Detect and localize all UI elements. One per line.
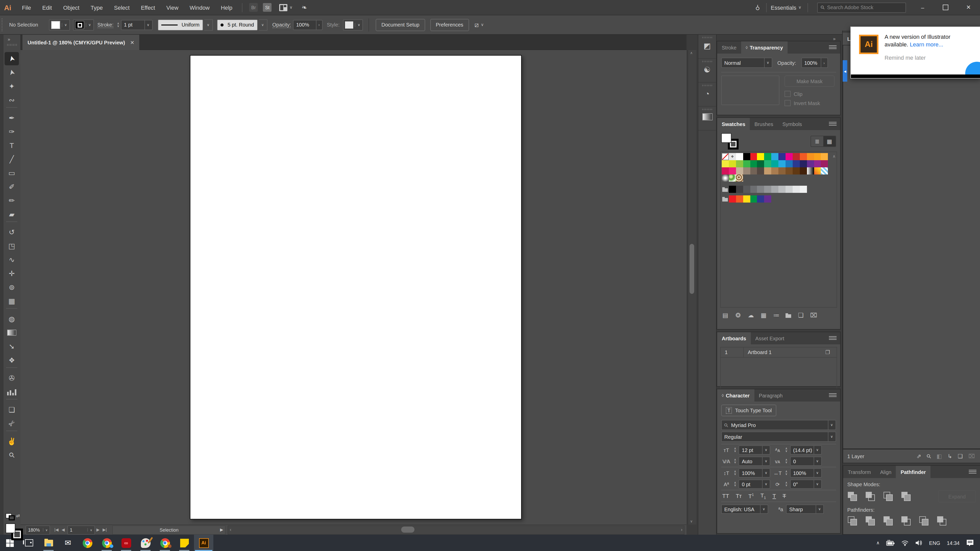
touch-type-tool-button[interactable]: T Touch Type Tool — [721, 405, 776, 416]
layers-list[interactable] — [843, 45, 980, 449]
dock-expand-arrow[interactable]: ◀ — [843, 60, 847, 82]
list-view-button[interactable]: ≣ — [811, 136, 823, 146]
swatch-#736357[interactable] — [750, 167, 757, 175]
swatch-pat-swirl[interactable] — [736, 175, 743, 182]
stepper[interactable]: ∧∨ — [785, 470, 788, 475]
swatch-#FFF200[interactable] — [757, 153, 764, 160]
swatch-#27AAE1[interactable] — [778, 160, 786, 167]
swatch-#2B3990[interactable] — [757, 195, 764, 203]
all-caps-button[interactable]: TT — [722, 493, 729, 499]
chevron-down-icon[interactable]: ∨ — [798, 5, 801, 10]
drag-grip[interactable] — [702, 85, 712, 86]
artboard-name[interactable]: Artboard 1 — [744, 349, 825, 355]
status-menu-icon[interactable]: ▶ — [220, 527, 223, 532]
vertical-scrollbar[interactable]: ∧ ∨ — [687, 50, 696, 524]
invert-mask-checkbox[interactable] — [784, 100, 791, 106]
swatch-#39B54A[interactable] — [743, 160, 750, 167]
exclude-button[interactable] — [901, 491, 911, 502]
crop-button[interactable] — [901, 516, 911, 526]
tab-pathfinder[interactable]: Pathfinder — [896, 466, 931, 478]
chevron-down-icon[interactable]: ∨ — [204, 19, 213, 30]
delete-layer-icon[interactable]: ⌧ — [969, 453, 975, 459]
swatch-#414042[interactable] — [736, 186, 743, 193]
scroll-up-icon[interactable]: ∧ — [690, 51, 693, 55]
sticky-notes[interactable] — [175, 535, 194, 551]
menu-object[interactable]: Object — [57, 0, 85, 15]
stock-icon[interactable]: St — [263, 3, 272, 12]
swatch-options-icon[interactable]: ≔ — [772, 312, 780, 319]
swatch-#2B3990[interactable] — [793, 160, 800, 167]
grid-view-button[interactable]: ▦ — [823, 136, 835, 146]
zoom-level-select[interactable]: 180%∨ — [25, 525, 50, 534]
type-tool[interactable]: T — [5, 139, 19, 152]
swatch-#D9E021[interactable] — [729, 160, 736, 167]
divide-button[interactable] — [847, 516, 858, 526]
language-indicator[interactable]: ENG — [929, 540, 940, 546]
pen-tool[interactable]: ✒ — [5, 111, 19, 124]
swatch-#FFFFFF[interactable] — [736, 153, 743, 160]
blend-tool[interactable]: ❖ — [5, 354, 19, 367]
left-metric-field[interactable]: 12 pt∨ — [739, 445, 770, 454]
swatch-#BCBEC0[interactable] — [778, 186, 786, 193]
right-metric-field[interactable]: 0°∨ — [790, 480, 822, 489]
drag-grip[interactable] — [702, 61, 712, 62]
stepper[interactable]: ∧∨ — [733, 459, 737, 464]
zoom-tool[interactable]: ⚲ — [5, 448, 19, 462]
transparency-opacity-field[interactable]: 100%› — [801, 58, 828, 68]
subscript-button[interactable]: T1 — [760, 492, 766, 499]
tab-align[interactable]: Align — [875, 466, 896, 478]
swatch-grad-bw[interactable] — [807, 167, 814, 175]
column-graph-tool[interactable] — [5, 385, 19, 399]
small-caps-button[interactable]: Tᴛ — [736, 493, 742, 499]
swatch-#1C75BC[interactable] — [786, 160, 793, 167]
stroke-color-picker[interactable]: ∨ — [73, 19, 94, 30]
rectangle-tool[interactable]: ▭ — [5, 166, 19, 179]
swatch-#603813[interactable] — [793, 167, 800, 175]
arrange-documents-icon[interactable] — [280, 4, 288, 11]
swatch-grad-oy[interactable] — [814, 167, 821, 175]
swatch-#754C24[interactable] — [786, 167, 793, 175]
swatch-#E6E7E8[interactable] — [793, 186, 800, 193]
panel-menu-icon[interactable] — [829, 336, 837, 341]
stroke-weight-stepper[interactable]: ∧∨ — [116, 22, 121, 27]
previous-artboard-button[interactable]: ◀ — [62, 527, 65, 532]
strikethrough-button[interactable]: T — [783, 493, 786, 499]
swatch-#42210B[interactable] — [800, 167, 807, 175]
swatch-#998675[interactable] — [743, 167, 750, 175]
creative-cloud[interactable]: ∞ — [116, 535, 136, 551]
color-guide-panel-icon[interactable]: ◔ — [698, 83, 716, 106]
swatch-#F15A24[interactable] — [736, 195, 743, 203]
new-swatch-icon[interactable]: ❏ — [797, 312, 805, 319]
gpu-performance-icon[interactable]: ❧ — [301, 3, 308, 11]
swatch-#8CC63F[interactable] — [736, 160, 743, 167]
fill-color-picker[interactable]: ∨ — [49, 19, 70, 30]
locate-object-icon[interactable]: ⚲ — [925, 452, 933, 460]
swap-fill-stroke[interactable]: ⇄ — [6, 513, 19, 520]
swatch-#58595B[interactable] — [743, 186, 750, 193]
swatch-#662D91[interactable] — [807, 160, 814, 167]
swatch-libraries-icon[interactable]: ▤ — [721, 312, 729, 319]
illustrator[interactable]: Ai — [194, 535, 213, 551]
tab-brushes[interactable]: Brushes — [750, 118, 778, 130]
swatch-#A7A9AC[interactable] — [771, 186, 778, 193]
drag-grip[interactable] — [7, 44, 17, 46]
drag-grip[interactable] — [702, 37, 712, 38]
swatch-#009245[interactable] — [750, 160, 757, 167]
swatch-#C69C6D[interactable] — [764, 167, 772, 175]
tab-stroke[interactable]: Stroke — [717, 41, 741, 54]
mesh-tool[interactable]: ◍ — [5, 312, 19, 326]
underline-button[interactable]: T — [773, 493, 776, 499]
lasso-tool[interactable]: ∾ — [5, 94, 19, 106]
lightbulb-icon[interactable]: ⚲ — [756, 4, 760, 11]
tab-artboards[interactable]: Artboards — [717, 332, 751, 345]
swatch-#A97C50[interactable] — [771, 167, 778, 175]
left-metric-field[interactable]: Auto∨ — [739, 457, 770, 466]
opacity-field[interactable]: 100%› — [293, 20, 323, 30]
new-layer-icon[interactable]: ❏ — [958, 453, 963, 459]
swatch-#00A99D[interactable] — [771, 160, 778, 167]
menu-window[interactable]: Window — [184, 0, 215, 15]
artboard-options-icon[interactable]: ❐ — [825, 349, 837, 355]
artboard-tool[interactable]: ❏ — [5, 403, 19, 416]
align-options-icon[interactable]: ⧄ — [474, 21, 479, 29]
merge-button[interactable] — [883, 516, 893, 526]
